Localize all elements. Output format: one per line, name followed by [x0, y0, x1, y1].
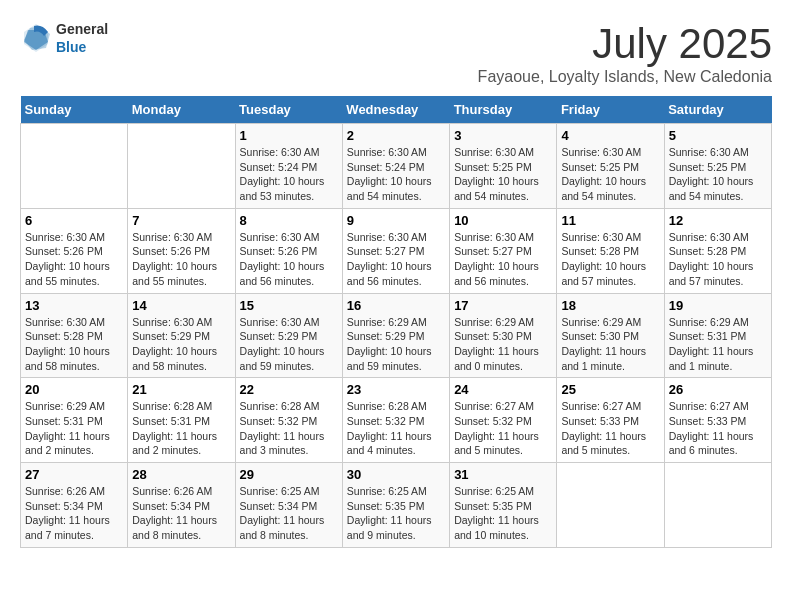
day-info: Sunrise: 6:30 AM Sunset: 5:29 PM Dayligh… — [240, 315, 338, 374]
day-info: Sunrise: 6:30 AM Sunset: 5:24 PM Dayligh… — [347, 145, 445, 204]
weekday-header-tuesday: Tuesday — [235, 96, 342, 124]
calendar-cell: 16Sunrise: 6:29 AM Sunset: 5:29 PM Dayli… — [342, 293, 449, 378]
day-info: Sunrise: 6:30 AM Sunset: 5:24 PM Dayligh… — [240, 145, 338, 204]
calendar-cell: 2Sunrise: 6:30 AM Sunset: 5:24 PM Daylig… — [342, 124, 449, 209]
weekday-header-thursday: Thursday — [450, 96, 557, 124]
day-number: 29 — [240, 467, 338, 482]
day-info: Sunrise: 6:30 AM Sunset: 5:27 PM Dayligh… — [347, 230, 445, 289]
calendar-cell: 5Sunrise: 6:30 AM Sunset: 5:25 PM Daylig… — [664, 124, 771, 209]
day-info: Sunrise: 6:29 AM Sunset: 5:31 PM Dayligh… — [25, 399, 123, 458]
day-info: Sunrise: 6:30 AM Sunset: 5:27 PM Dayligh… — [454, 230, 552, 289]
day-number: 11 — [561, 213, 659, 228]
calendar-cell: 4Sunrise: 6:30 AM Sunset: 5:25 PM Daylig… — [557, 124, 664, 209]
calendar-cell: 13Sunrise: 6:30 AM Sunset: 5:28 PM Dayli… — [21, 293, 128, 378]
location-title: Fayaoue, Loyalty Islands, New Caledonia — [478, 68, 772, 86]
calendar-cell: 17Sunrise: 6:29 AM Sunset: 5:30 PM Dayli… — [450, 293, 557, 378]
logo-icon — [20, 22, 52, 54]
calendar-cell: 27Sunrise: 6:26 AM Sunset: 5:34 PM Dayli… — [21, 463, 128, 548]
calendar-cell: 28Sunrise: 6:26 AM Sunset: 5:34 PM Dayli… — [128, 463, 235, 548]
calendar-cell: 23Sunrise: 6:28 AM Sunset: 5:32 PM Dayli… — [342, 378, 449, 463]
calendar-cell: 29Sunrise: 6:25 AM Sunset: 5:34 PM Dayli… — [235, 463, 342, 548]
day-info: Sunrise: 6:30 AM Sunset: 5:26 PM Dayligh… — [240, 230, 338, 289]
logo-general: General — [56, 21, 108, 37]
week-row-3: 13Sunrise: 6:30 AM Sunset: 5:28 PM Dayli… — [21, 293, 772, 378]
day-number: 1 — [240, 128, 338, 143]
logo-text: General Blue — [56, 20, 108, 55]
day-number: 31 — [454, 467, 552, 482]
day-number: 8 — [240, 213, 338, 228]
day-number: 15 — [240, 298, 338, 313]
calendar-table: SundayMondayTuesdayWednesdayThursdayFrid… — [20, 96, 772, 548]
calendar-cell: 18Sunrise: 6:29 AM Sunset: 5:30 PM Dayli… — [557, 293, 664, 378]
day-info: Sunrise: 6:30 AM Sunset: 5:25 PM Dayligh… — [669, 145, 767, 204]
weekday-header-friday: Friday — [557, 96, 664, 124]
day-info: Sunrise: 6:28 AM Sunset: 5:31 PM Dayligh… — [132, 399, 230, 458]
week-row-2: 6Sunrise: 6:30 AM Sunset: 5:26 PM Daylig… — [21, 208, 772, 293]
calendar-cell: 8Sunrise: 6:30 AM Sunset: 5:26 PM Daylig… — [235, 208, 342, 293]
day-number: 19 — [669, 298, 767, 313]
logo-blue: Blue — [56, 39, 86, 55]
calendar-cell: 1Sunrise: 6:30 AM Sunset: 5:24 PM Daylig… — [235, 124, 342, 209]
calendar-cell: 20Sunrise: 6:29 AM Sunset: 5:31 PM Dayli… — [21, 378, 128, 463]
calendar-cell: 25Sunrise: 6:27 AM Sunset: 5:33 PM Dayli… — [557, 378, 664, 463]
day-info: Sunrise: 6:30 AM Sunset: 5:28 PM Dayligh… — [669, 230, 767, 289]
calendar-cell — [664, 463, 771, 548]
day-number: 6 — [25, 213, 123, 228]
day-info: Sunrise: 6:30 AM Sunset: 5:25 PM Dayligh… — [454, 145, 552, 204]
calendar-cell: 14Sunrise: 6:30 AM Sunset: 5:29 PM Dayli… — [128, 293, 235, 378]
calendar-cell: 10Sunrise: 6:30 AM Sunset: 5:27 PM Dayli… — [450, 208, 557, 293]
day-info: Sunrise: 6:28 AM Sunset: 5:32 PM Dayligh… — [347, 399, 445, 458]
day-number: 18 — [561, 298, 659, 313]
weekday-header-monday: Monday — [128, 96, 235, 124]
day-info: Sunrise: 6:26 AM Sunset: 5:34 PM Dayligh… — [132, 484, 230, 543]
day-info: Sunrise: 6:30 AM Sunset: 5:28 PM Dayligh… — [561, 230, 659, 289]
weekday-row: SundayMondayTuesdayWednesdayThursdayFrid… — [21, 96, 772, 124]
week-row-4: 20Sunrise: 6:29 AM Sunset: 5:31 PM Dayli… — [21, 378, 772, 463]
calendar-cell: 31Sunrise: 6:25 AM Sunset: 5:35 PM Dayli… — [450, 463, 557, 548]
day-info: Sunrise: 6:29 AM Sunset: 5:30 PM Dayligh… — [454, 315, 552, 374]
header: General Blue July 2025 Fayaoue, Loyalty … — [20, 20, 772, 86]
calendar-cell: 22Sunrise: 6:28 AM Sunset: 5:32 PM Dayli… — [235, 378, 342, 463]
day-number: 9 — [347, 213, 445, 228]
day-number: 4 — [561, 128, 659, 143]
day-info: Sunrise: 6:30 AM Sunset: 5:26 PM Dayligh… — [25, 230, 123, 289]
day-number: 28 — [132, 467, 230, 482]
day-info: Sunrise: 6:30 AM Sunset: 5:25 PM Dayligh… — [561, 145, 659, 204]
calendar-cell: 7Sunrise: 6:30 AM Sunset: 5:26 PM Daylig… — [128, 208, 235, 293]
day-number: 3 — [454, 128, 552, 143]
calendar-cell: 24Sunrise: 6:27 AM Sunset: 5:32 PM Dayli… — [450, 378, 557, 463]
day-number: 14 — [132, 298, 230, 313]
day-info: Sunrise: 6:27 AM Sunset: 5:33 PM Dayligh… — [561, 399, 659, 458]
day-info: Sunrise: 6:27 AM Sunset: 5:32 PM Dayligh… — [454, 399, 552, 458]
day-number: 16 — [347, 298, 445, 313]
day-number: 17 — [454, 298, 552, 313]
logo: General Blue — [20, 20, 108, 55]
day-number: 22 — [240, 382, 338, 397]
day-number: 20 — [25, 382, 123, 397]
calendar-cell: 30Sunrise: 6:25 AM Sunset: 5:35 PM Dayli… — [342, 463, 449, 548]
calendar-cell: 26Sunrise: 6:27 AM Sunset: 5:33 PM Dayli… — [664, 378, 771, 463]
calendar-cell — [21, 124, 128, 209]
weekday-header-saturday: Saturday — [664, 96, 771, 124]
day-number: 7 — [132, 213, 230, 228]
calendar-cell — [557, 463, 664, 548]
weekday-header-sunday: Sunday — [21, 96, 128, 124]
day-info: Sunrise: 6:30 AM Sunset: 5:26 PM Dayligh… — [132, 230, 230, 289]
day-number: 5 — [669, 128, 767, 143]
day-info: Sunrise: 6:29 AM Sunset: 5:29 PM Dayligh… — [347, 315, 445, 374]
day-number: 23 — [347, 382, 445, 397]
weekday-header-wednesday: Wednesday — [342, 96, 449, 124]
day-info: Sunrise: 6:26 AM Sunset: 5:34 PM Dayligh… — [25, 484, 123, 543]
calendar-cell: 6Sunrise: 6:30 AM Sunset: 5:26 PM Daylig… — [21, 208, 128, 293]
day-number: 27 — [25, 467, 123, 482]
calendar-cell — [128, 124, 235, 209]
day-number: 2 — [347, 128, 445, 143]
day-number: 12 — [669, 213, 767, 228]
day-number: 10 — [454, 213, 552, 228]
day-number: 21 — [132, 382, 230, 397]
day-info: Sunrise: 6:30 AM Sunset: 5:29 PM Dayligh… — [132, 315, 230, 374]
day-info: Sunrise: 6:25 AM Sunset: 5:35 PM Dayligh… — [454, 484, 552, 543]
calendar-header: SundayMondayTuesdayWednesdayThursdayFrid… — [21, 96, 772, 124]
calendar-cell: 19Sunrise: 6:29 AM Sunset: 5:31 PM Dayli… — [664, 293, 771, 378]
title-area: July 2025 Fayaoue, Loyalty Islands, New … — [478, 20, 772, 86]
